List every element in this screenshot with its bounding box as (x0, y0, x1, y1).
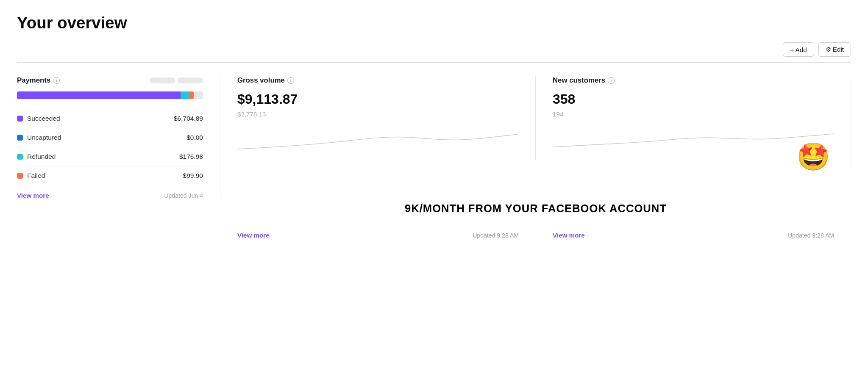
row-left-uncaptured: Uncaptured (17, 134, 61, 141)
new-customers-prev: 194 (553, 111, 834, 118)
dot-teal (17, 154, 23, 160)
new-customers-panel: New customers i 358 194 🤩 (536, 76, 851, 170)
add-button[interactable]: + Add (783, 42, 814, 57)
dashboard-grid: Payments i Succeeded $6,704.89 (17, 76, 851, 239)
meta-pill-2 (178, 77, 203, 83)
progress-purple (17, 91, 181, 99)
row-left-succeeded: Succeeded (17, 115, 60, 122)
bottom-footers: View more Updated 9:28 AM View more Upda… (220, 225, 851, 239)
payments-header: Payments i (17, 76, 203, 85)
uncaptured-amount: $0.00 (186, 134, 203, 141)
spam-overlay: 9K/MONTH FROM YOUR FACEBOOK ACCOUNT (220, 202, 851, 215)
table-row: Failed $99.90 (17, 166, 203, 185)
dot-orange (17, 173, 23, 179)
gross-volume-title: Gross volume i (237, 76, 518, 85)
progress-bar (17, 91, 203, 99)
table-row: Uncaptured $0.00 (17, 128, 203, 147)
refunded-label: Refunded (27, 153, 56, 160)
gross-volume-panel: Gross volume i $9,113.87 $2,778.13 (220, 76, 536, 160)
new-customers-updated: Updated 9:28 AM (788, 232, 834, 239)
failed-amount: $99.90 (183, 172, 203, 180)
payments-title: Payments i (17, 76, 60, 85)
failed-label: Failed (27, 172, 45, 180)
section-divider (17, 62, 851, 63)
gross-volume-info-icon[interactable]: i (287, 77, 294, 84)
gross-volume-label: Gross volume (237, 76, 285, 85)
gross-volume-updated: Updated 9:28 AM (473, 232, 519, 239)
page-title: Your overview (17, 14, 851, 32)
payment-rows: Succeeded $6,704.89 Uncaptured $0.00 Ref… (17, 109, 203, 185)
payments-view-more[interactable]: View more (17, 192, 49, 199)
succeeded-label: Succeeded (27, 115, 60, 122)
gross-volume-view-more[interactable]: View more (237, 232, 270, 239)
gross-volume-value: $9,113.87 (237, 91, 518, 107)
refunded-amount: $176.98 (179, 153, 203, 160)
toolbar: + Add ⚙ Edit (17, 42, 851, 62)
meta-pill-1 (150, 77, 175, 83)
dot-purple (17, 116, 23, 122)
new-customers-footer: View more Updated 9:28 AM (536, 232, 851, 239)
new-customers-label: New customers (553, 76, 605, 85)
payments-updated: Updated Jun 4 (164, 192, 203, 199)
succeeded-amount: $6,704.89 (174, 115, 203, 122)
progress-teal (181, 91, 190, 99)
row-left-refunded: Refunded (17, 153, 56, 160)
gross-volume-footer: View more Updated 9:28 AM (220, 232, 536, 239)
gross-volume-chart (237, 128, 518, 153)
edit-button[interactable]: ⚙ Edit (818, 42, 851, 57)
payments-footer: View more Updated Jun 4 (17, 192, 203, 199)
gross-volume-prev: $2,778.13 (237, 111, 518, 118)
payments-panel: Payments i Succeeded $6,704.89 (17, 76, 220, 199)
payments-meta (150, 77, 203, 83)
table-row: Succeeded $6,704.89 (17, 109, 203, 128)
table-row: Refunded $176.98 (17, 147, 203, 166)
payments-info-icon[interactable]: i (53, 77, 60, 84)
uncaptured-label: Uncaptured (27, 134, 61, 141)
new-customers-view-more[interactable]: View more (553, 232, 585, 239)
new-customers-chart (553, 128, 834, 153)
new-customers-value: 358 (553, 91, 834, 107)
new-customers-title: New customers i (553, 76, 834, 85)
payments-label: Payments (17, 76, 50, 85)
row-left-failed: Failed (17, 172, 45, 180)
dot-blue (17, 135, 23, 141)
new-customers-info-icon[interactable]: i (608, 77, 615, 84)
progress-orange (190, 91, 194, 99)
spam-text: 9K/MONTH FROM YOUR FACEBOOK ACCOUNT (405, 202, 667, 215)
